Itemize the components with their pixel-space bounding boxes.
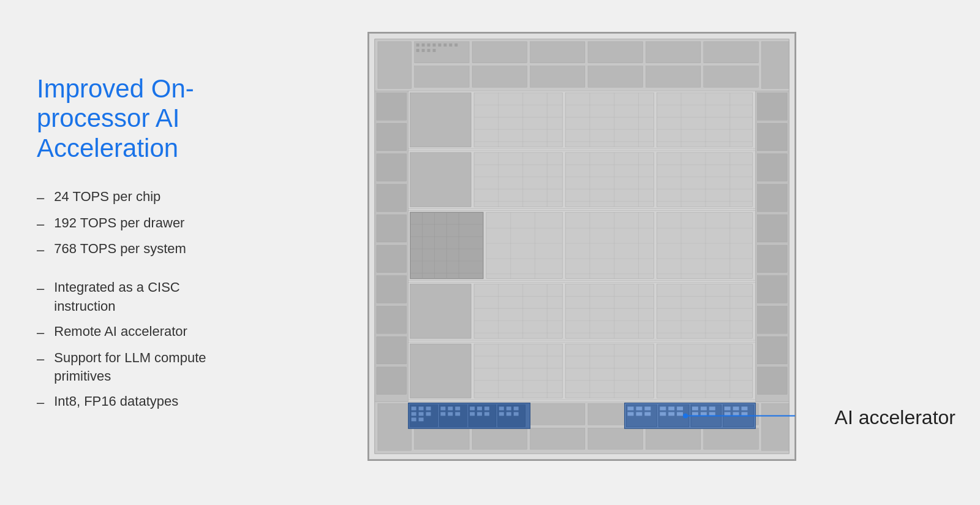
svg-rect-259 bbox=[733, 406, 739, 410]
svg-rect-70 bbox=[657, 93, 752, 146]
svg-rect-220 bbox=[440, 412, 445, 416]
svg-rect-13 bbox=[530, 66, 584, 88]
svg-rect-209 bbox=[412, 406, 417, 410]
svg-rect-213 bbox=[419, 412, 424, 416]
svg-rect-240 bbox=[628, 406, 634, 410]
bullet-dash: – bbox=[37, 393, 44, 412]
svg-rect-21 bbox=[438, 44, 441, 47]
svg-rect-19 bbox=[427, 44, 430, 47]
svg-rect-224 bbox=[477, 406, 482, 410]
svg-rect-28 bbox=[432, 49, 435, 52]
svg-rect-93 bbox=[410, 153, 471, 207]
svg-rect-23 bbox=[449, 44, 452, 47]
svg-rect-41 bbox=[588, 428, 643, 449]
page-container: Improved On-processor AI Acceleration – … bbox=[0, 0, 980, 505]
svg-rect-49 bbox=[377, 215, 407, 242]
bullet-text: 768 TOPS per system bbox=[54, 240, 186, 259]
svg-rect-217 bbox=[440, 406, 445, 410]
svg-rect-253 bbox=[701, 406, 707, 410]
bullet-group-2: – Integrated as a CISC instruction – Rem… bbox=[37, 278, 221, 412]
svg-rect-45 bbox=[377, 93, 407, 120]
svg-rect-180 bbox=[474, 344, 562, 398]
svg-rect-223 bbox=[470, 406, 475, 410]
svg-rect-24 bbox=[454, 44, 458, 47]
list-item: – Support for LLM compute primitives bbox=[37, 349, 221, 387]
svg-rect-58 bbox=[757, 154, 787, 181]
bullet-dash: – bbox=[37, 350, 44, 369]
svg-rect-10 bbox=[761, 42, 789, 89]
svg-rect-243 bbox=[628, 412, 634, 416]
svg-rect-94 bbox=[474, 153, 562, 207]
svg-rect-67 bbox=[410, 93, 471, 146]
svg-rect-219 bbox=[455, 406, 460, 410]
svg-point-265 bbox=[683, 413, 688, 418]
svg-rect-214 bbox=[426, 412, 431, 416]
bullet-text: Support for LLM compute primitives bbox=[54, 349, 221, 387]
svg-rect-216 bbox=[419, 417, 424, 421]
list-item: – 24 TOPS per chip bbox=[37, 188, 221, 208]
svg-rect-7 bbox=[588, 42, 643, 63]
bullet-text: Integrated as a CISC instruction bbox=[54, 278, 221, 316]
svg-rect-234 bbox=[514, 412, 519, 416]
svg-rect-247 bbox=[668, 406, 674, 410]
svg-rect-46 bbox=[377, 123, 407, 151]
right-panel: AI accelerator bbox=[233, 25, 943, 480]
svg-rect-230 bbox=[507, 406, 511, 410]
svg-rect-245 bbox=[644, 412, 650, 416]
svg-rect-64 bbox=[757, 336, 787, 364]
svg-rect-3 bbox=[378, 42, 412, 89]
svg-rect-129 bbox=[486, 212, 562, 278]
svg-rect-225 bbox=[484, 406, 489, 410]
svg-rect-131 bbox=[657, 212, 752, 278]
svg-rect-68 bbox=[474, 93, 562, 146]
svg-rect-179 bbox=[410, 344, 471, 398]
svg-rect-43 bbox=[704, 428, 758, 449]
svg-rect-210 bbox=[419, 406, 424, 410]
svg-rect-40 bbox=[530, 428, 584, 449]
bullet-text: Remote AI accelerator bbox=[54, 322, 187, 341]
list-item: – Integrated as a CISC instruction bbox=[37, 278, 221, 316]
bullet-text: 192 TOPS per drawer bbox=[54, 214, 184, 233]
chip-diagram-container: AI accelerator bbox=[368, 32, 809, 473]
svg-rect-250 bbox=[668, 412, 674, 416]
svg-rect-227 bbox=[477, 412, 482, 416]
svg-rect-260 bbox=[742, 406, 748, 410]
svg-rect-248 bbox=[677, 406, 683, 410]
svg-rect-9 bbox=[704, 42, 758, 63]
svg-rect-57 bbox=[757, 123, 787, 151]
svg-rect-182 bbox=[657, 344, 752, 398]
svg-rect-12 bbox=[472, 66, 527, 88]
svg-rect-211 bbox=[426, 406, 431, 410]
svg-rect-25 bbox=[417, 49, 420, 52]
svg-rect-54 bbox=[377, 367, 407, 395]
bullet-dash: – bbox=[37, 215, 44, 234]
svg-rect-252 bbox=[692, 406, 698, 410]
svg-rect-229 bbox=[499, 406, 504, 410]
svg-rect-233 bbox=[507, 412, 511, 416]
svg-rect-14 bbox=[588, 66, 643, 88]
left-panel: Improved On-processor AI Acceleration – … bbox=[37, 74, 233, 431]
list-item: – Int8, FP16 datatypes bbox=[37, 392, 221, 412]
svg-rect-52 bbox=[377, 306, 407, 333]
page-title: Improved On-processor AI Acceleration bbox=[37, 74, 221, 163]
svg-rect-6 bbox=[530, 42, 584, 63]
svg-rect-51 bbox=[377, 276, 407, 303]
svg-rect-65 bbox=[757, 367, 787, 395]
svg-rect-31 bbox=[761, 404, 789, 451]
svg-rect-258 bbox=[725, 406, 731, 410]
svg-rect-62 bbox=[757, 276, 787, 303]
bullet-text: Int8, FP16 datatypes bbox=[54, 392, 178, 411]
svg-rect-56 bbox=[757, 93, 787, 120]
svg-rect-42 bbox=[646, 428, 700, 449]
annotation-label: AI accelerator bbox=[835, 406, 956, 429]
bullet-text: 24 TOPS per chip bbox=[54, 188, 160, 207]
bullet-dash: – bbox=[37, 279, 44, 298]
svg-rect-15 bbox=[646, 66, 700, 88]
svg-rect-155 bbox=[565, 284, 654, 338]
svg-rect-241 bbox=[636, 406, 642, 410]
svg-rect-156 bbox=[657, 284, 752, 338]
svg-rect-221 bbox=[448, 412, 453, 416]
svg-rect-63 bbox=[757, 306, 787, 333]
svg-rect-60 bbox=[757, 215, 787, 242]
list-item: – 192 TOPS per drawer bbox=[37, 214, 221, 234]
